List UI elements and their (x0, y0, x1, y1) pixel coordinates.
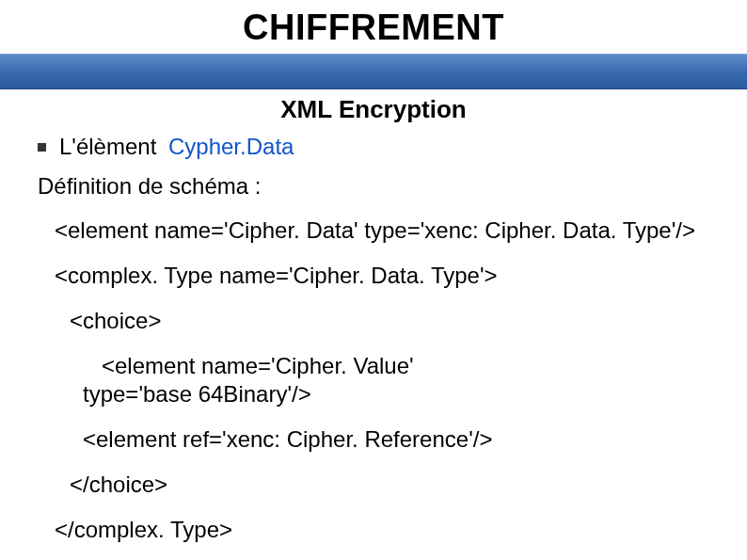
definition-label: Définition de schéma : (38, 173, 709, 200)
code-line-3: <choice> (38, 307, 709, 335)
bullet-prefix: L'élèment (59, 134, 156, 159)
code-line-4: <element name='Cipher. Value' type='base… (38, 352, 709, 408)
content-area: L'élèment Cypher.Data Définition de sché… (0, 134, 747, 544)
slide: CHIFFREMENT XML Encryption L'élèment Cyp… (0, 0, 747, 560)
square-bullet-icon (38, 143, 46, 152)
title-bar: CHIFFREMENT (0, 0, 747, 54)
bullet-highlight: Cypher.Data (168, 134, 294, 159)
slide-subtitle: XML Encryption (0, 95, 747, 124)
code-line-6: </choice> (38, 471, 709, 499)
code-line-1: <element name='Cipher. Data' type='xenc:… (38, 216, 709, 245)
code-line-5: <element ref='xenc: Cipher. Reference'/> (38, 425, 709, 454)
bullet-line: L'élèment Cypher.Data (38, 134, 709, 160)
code-line-2: <complex. Type name='Cipher. Data. Type'… (38, 262, 709, 290)
slide-title: CHIFFREMENT (0, 8, 747, 48)
bullet-text: L'élèment Cypher.Data (59, 134, 294, 160)
blue-band (0, 54, 747, 89)
code-line-7: </complex. Type> (38, 516, 709, 544)
